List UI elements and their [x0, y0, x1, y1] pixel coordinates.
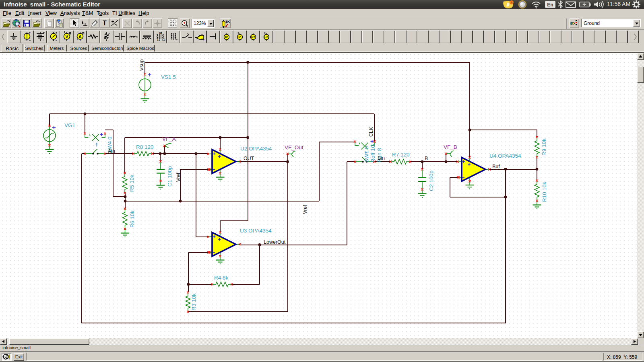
svg-text:V: V — [65, 34, 68, 39]
svg-text:Vref: Vref — [175, 173, 181, 182]
svg-text:Vsup: Vsup — [139, 59, 144, 71]
svg-text:VG1: VG1 — [64, 122, 75, 128]
svg-text:R9 10k: R9 10k — [541, 138, 547, 156]
svg-text:R3 10k: R3 10k — [191, 293, 197, 311]
svg-text:A: A — [78, 34, 82, 39]
svg-text:L2: L2 — [162, 38, 165, 41]
svg-text:IC: IC — [225, 35, 228, 39]
svg-text:R6 10k: R6 10k — [129, 210, 135, 228]
svg-text:Buf: Buf — [492, 164, 500, 169]
svg-text:VF_Out: VF_Out — [285, 144, 303, 150]
svg-text:L1: L1 — [157, 38, 160, 41]
svg-text:R7 120: R7 120 — [392, 152, 410, 158]
svg-text:C1 100p: C1 100p — [167, 166, 173, 187]
svg-text:En: En — [547, 2, 553, 8]
svg-text:1K: 1K — [225, 19, 230, 24]
svg-text:C2 100p: C2 100p — [428, 171, 434, 191]
svg-text:VF_B: VF_B — [444, 144, 457, 150]
svg-text:M: M — [159, 31, 162, 35]
svg-text:HS: HS — [264, 35, 268, 39]
svg-text:Ain: Ain — [108, 148, 115, 154]
svg-text:VS1 5: VS1 5 — [161, 74, 176, 80]
svg-text:Roff 1G: Roff 1G — [370, 144, 376, 162]
svg-text:Vref: Vref — [302, 205, 308, 214]
svg-text:U2 OPA4354: U2 OPA4354 — [240, 146, 272, 152]
svg-text:4: 4 — [511, 1, 513, 4]
svg-text:U3 OPA4354: U3 OPA4354 — [240, 228, 272, 234]
svg-text:VF_A: VF_A — [162, 136, 176, 142]
svg-text:CLK: CLK — [368, 127, 374, 137]
svg-text:R8 120: R8 120 — [136, 144, 154, 150]
svg-text:B: B — [425, 156, 428, 161]
svg-text:HS: HS — [251, 35, 255, 39]
svg-text:T: T — [103, 20, 107, 27]
svg-text:IC: IC — [238, 35, 242, 39]
svg-text:SW1 0: SW1 0 — [363, 146, 369, 162]
svg-text:Bin: Bin — [378, 155, 385, 161]
svg-text:LowerOut: LowerOut — [264, 239, 286, 245]
svg-text:U4 OPA4354: U4 OPA4354 — [489, 153, 521, 159]
svg-text:T: T — [203, 38, 205, 42]
svg-text:R10 10k: R10 10k — [541, 181, 547, 202]
svg-text:R5 10k: R5 10k — [129, 175, 135, 192]
svg-text:OUT: OUT — [244, 156, 254, 161]
svg-text:R4 8k: R4 8k — [214, 275, 229, 281]
